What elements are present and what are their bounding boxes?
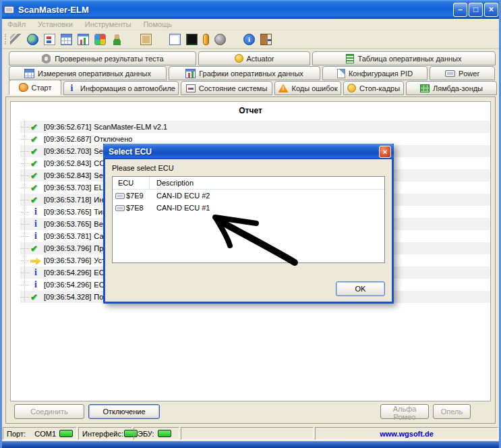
data-list-icon (346, 54, 354, 63)
tab[interactable]: Таблица оперативных данных (312, 51, 496, 65)
tab[interactable]: Коды ошибок (274, 81, 341, 95)
report-title: Отчет (11, 102, 490, 121)
lambda-sensor-icon (420, 84, 430, 92)
ecu-list-header: ECU Description (113, 177, 384, 190)
maximize-button[interactable]: □ (469, 3, 483, 17)
tab[interactable]: Лямбда-зонды (406, 81, 497, 95)
tab-label: Коды ошибок (292, 84, 338, 92)
disabled-circle-icon[interactable] (214, 34, 226, 45)
tab[interactable]: Конфигурация PID (322, 66, 428, 80)
port-led (59, 430, 73, 437)
check-icon (30, 159, 41, 169)
screen-search-icon[interactable] (169, 34, 181, 45)
clipboard-icon[interactable] (140, 34, 152, 45)
menu-item[interactable]: Инструменты (85, 20, 131, 28)
column-header-description[interactable]: Description (150, 179, 194, 187)
data-table-icon[interactable] (61, 34, 72, 45)
tab[interactable]: Проверенные результаты теста (9, 51, 196, 65)
info-icon (30, 207, 41, 217)
tree-stub (20, 163, 29, 164)
measure-grid-icon (24, 69, 34, 78)
tree-stub (20, 273, 29, 273)
menu-item[interactable]: Установки (38, 20, 73, 28)
tab[interactable]: Информация о автомобиле (63, 81, 179, 95)
ecu-description: CAN-ID ECU #1 (150, 204, 210, 212)
globe-icon[interactable] (27, 34, 38, 45)
info-icon[interactable] (243, 34, 255, 45)
freeze-frame-icon (347, 84, 356, 92)
tab[interactable]: Power (430, 66, 495, 80)
toolbar (2, 30, 499, 49)
chart-icon[interactable] (78, 34, 89, 45)
log-time: [09:36:52.703] (44, 147, 91, 155)
vehicle-info-icon (67, 84, 77, 93)
log-text: Отключено (94, 135, 132, 143)
terminal-icon[interactable] (186, 34, 198, 45)
tab-label: Power (459, 69, 479, 78)
log-time: [09:36:53.765] (44, 220, 91, 228)
log-row[interactable]: [09:36:52.671] ScanMaster-ELM v2.1 (20, 121, 490, 133)
ecu-id: $7E8 (126, 204, 144, 212)
log-text: Са (94, 232, 103, 240)
dialog-close-icon[interactable]: × (379, 146, 391, 158)
connect-button[interactable]: Соединить (14, 404, 84, 419)
port-value: COM1 (34, 430, 56, 438)
check-icon (30, 146, 41, 157)
yellow-arrow-icon (30, 258, 41, 265)
log-time: [09:36:52.687] (44, 135, 91, 143)
website-link[interactable]: www.wgsoft.de (380, 430, 434, 438)
status-interface-panel: Интерфейс: (78, 427, 132, 440)
tab-row-1: Проверенные результаты тестаActuatorТабл… (2, 51, 499, 65)
tree-stub (20, 224, 29, 225)
tab-label: Графики оперативных данных (199, 69, 303, 78)
power-chip-icon (445, 70, 455, 77)
close-button[interactable]: × (484, 3, 498, 17)
user-icon[interactable] (111, 34, 123, 45)
check-icon (30, 171, 41, 181)
log-time: [09:36:53.703] (44, 184, 91, 192)
window-bottom-edge (0, 441, 501, 448)
tab-strip: Проверенные результаты тестаActuatorТабл… (2, 49, 499, 95)
menu-item[interactable]: Помощь (143, 20, 172, 28)
tab[interactable]: Измерения оперативных данных (9, 66, 167, 80)
connect-plug-icon[interactable] (10, 34, 22, 45)
toolbar-gap (128, 34, 135, 45)
ecu-row[interactable]: $7E9 CAN-ID ECU #2 (113, 190, 384, 202)
tree-stub (20, 188, 29, 188)
report-document-icon[interactable] (44, 34, 55, 45)
menu-item[interactable]: Файл (7, 20, 26, 28)
column-header-ecu[interactable]: ECU (113, 177, 150, 189)
tree-stub (20, 175, 29, 176)
interface-label: Интерфейс: (82, 430, 123, 438)
ecu-label: ЭБУ: (138, 430, 154, 438)
gear-icon (41, 54, 51, 63)
disconnect-button[interactable]: Отключение (88, 404, 160, 419)
log-time: [09:36:53.765] (44, 208, 91, 216)
ecu-row[interactable]: $7E8 CAN-ID ECU #1 (113, 202, 384, 214)
tab[interactable]: Графики оперативных данных (169, 66, 320, 80)
graphics-window-icon[interactable] (94, 34, 106, 45)
tab-label: Actuator (247, 55, 274, 63)
tab[interactable]: Состояние системы (181, 81, 272, 95)
error-codes-warning-icon (278, 84, 289, 93)
tree-stub (20, 260, 29, 261)
minimize-button[interactable]: – (453, 3, 467, 17)
opel-button[interactable]: Опель (433, 404, 471, 419)
check-icon (30, 244, 41, 254)
tab-label: Проверенные результаты теста (55, 55, 163, 63)
exit-door-icon[interactable] (260, 34, 272, 45)
tab-label: Измерения оперативных данных (38, 69, 151, 78)
tab[interactable]: Actuator (198, 51, 310, 65)
ecu-list: ECU Description $7E9 CAN-ID ECU #2 $7E8 … (112, 176, 385, 263)
system-status-icon (186, 84, 196, 92)
tab[interactable]: Стоп-кадры (343, 81, 404, 95)
alfa-romeo-button[interactable]: Альфа Ромео (380, 404, 429, 419)
ok-button[interactable]: OK (336, 281, 385, 296)
tab[interactable]: Старт (9, 80, 61, 95)
log-time: [09:36:54.296] (44, 269, 91, 277)
tree-stub (20, 127, 29, 128)
battery-icon[interactable] (203, 34, 209, 45)
tree-stub (20, 248, 29, 249)
check-icon (30, 183, 41, 193)
dialog-title: Select ECU (109, 147, 379, 157)
